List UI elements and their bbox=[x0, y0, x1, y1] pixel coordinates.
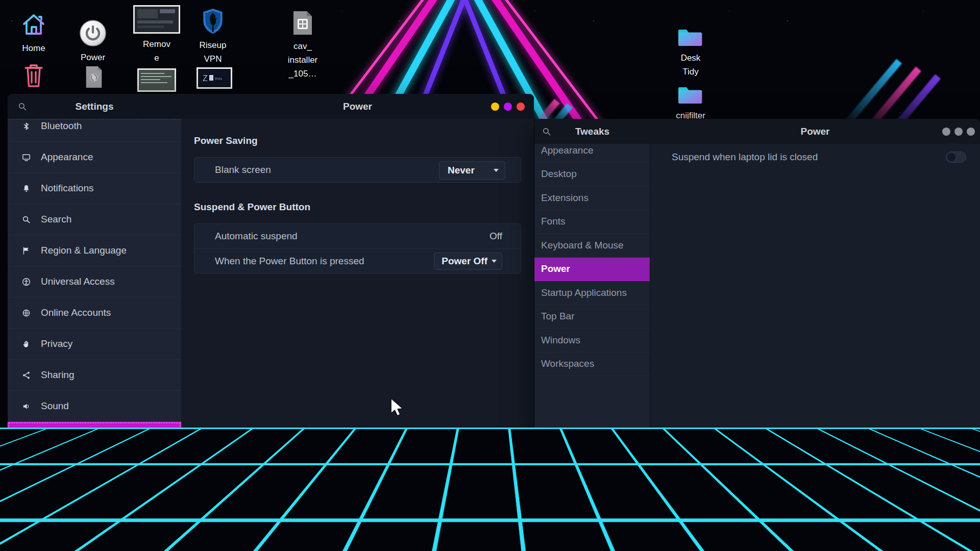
tweaks-page-title: Power bbox=[800, 126, 829, 137]
search-icon[interactable] bbox=[18, 102, 27, 111]
power-saving-group: Blank screen Never bbox=[194, 157, 521, 183]
icon-label: View as icons… bbox=[78, 457, 107, 498]
power-button-label: When the Power Button is pressed bbox=[215, 256, 364, 267]
suspend-lid-label: Suspend when laptop lid is closed bbox=[672, 152, 818, 163]
sidebar-item-appearance[interactable]: Appearance bbox=[8, 142, 181, 173]
sidebar-item-label: Sound bbox=[41, 400, 69, 412]
icon-label: Stellar Zorin. jpg.x… bbox=[139, 457, 166, 498]
sidebar-item-privacy[interactable]: Privacy bbox=[8, 329, 181, 360]
desktop-icon-terminal-screenshot[interactable] bbox=[129, 68, 185, 92]
settings-page-title: Power bbox=[343, 101, 372, 112]
tweaks-item-label: Extensions bbox=[541, 192, 589, 204]
tweaks-item-label: Appearance bbox=[541, 145, 593, 156]
desktop-icon-zorin-screenshot[interactable]: Z RIN bbox=[186, 67, 242, 89]
desktop-icon-document[interactable] bbox=[66, 66, 122, 88]
settings-app-title: Settings bbox=[76, 101, 114, 112]
toggle-knob bbox=[947, 153, 955, 161]
sidebar-item-sound[interactable]: Sound bbox=[8, 391, 181, 422]
power-button-dropdown[interactable]: Power Off bbox=[434, 253, 502, 270]
tweaks-item-label: Desktop bbox=[541, 168, 577, 180]
tweaks-item-workspaces[interactable]: Workspaces bbox=[534, 353, 650, 377]
folder-icon bbox=[678, 28, 703, 47]
sidebar-item-label: Sharing bbox=[41, 369, 75, 381]
desktop-icon-remove-panel[interactable]: Remov e Pane… bbox=[129, 5, 185, 79]
tweaks-item-appearance[interactable]: Appearance bbox=[534, 144, 650, 163]
screenshot-thumbnail-icon bbox=[133, 5, 180, 34]
sidebar-item-notifications[interactable]: Notifications bbox=[8, 173, 181, 204]
home-icon bbox=[20, 11, 47, 38]
settings-power-panel: Power Saving Blank screen Never Suspend … bbox=[181, 119, 534, 458]
desktop-icon-cav-installer[interactable]: cav_ installer _105… bbox=[275, 10, 331, 81]
desktop-icon-desk-tidy[interactable]: Desk Tidy bbox=[663, 28, 719, 79]
search-icon bbox=[22, 215, 31, 224]
appearance-icon bbox=[22, 153, 31, 162]
sidebar-item-power[interactable]: Power bbox=[8, 422, 181, 453]
power-icon bbox=[22, 433, 31, 442]
minimize-button[interactable] bbox=[491, 103, 499, 111]
suspend-lid-toggle[interactable] bbox=[946, 152, 966, 163]
sidebar-item-online-accounts[interactable]: Online Accounts bbox=[8, 297, 181, 329]
icon-label: cav_ installer _105… bbox=[288, 39, 318, 81]
speaker-icon bbox=[22, 402, 31, 411]
sidebar-item-label: Notifications bbox=[41, 183, 94, 194]
desktop-icon-cnijfilter[interactable]: cnijfilter bbox=[663, 86, 719, 122]
desktop-icon-riseup-vpn[interactable]: Riseup VPN bbox=[185, 8, 241, 66]
tweaks-item-label: Fonts bbox=[541, 216, 566, 227]
settings-sidebar: Bluetooth Appearance Notifications Searc… bbox=[8, 119, 181, 458]
sidebar-item-search[interactable]: Search bbox=[8, 204, 181, 235]
tweaks-item-fonts[interactable]: Fonts bbox=[534, 210, 650, 234]
tweaks-sidebar: Appearance Desktop Extensions Fonts Keyb… bbox=[534, 144, 650, 445]
minimize-button[interactable] bbox=[942, 128, 950, 136]
automatic-suspend-value: Off bbox=[489, 231, 502, 242]
svg-text:RIN: RIN bbox=[215, 77, 222, 81]
icon-label: Desk Tidy bbox=[681, 51, 701, 79]
desktop-icon-home[interactable]: Home bbox=[6, 11, 62, 55]
tweaks-item-top-bar[interactable]: Top Bar bbox=[534, 305, 650, 329]
folder-icon bbox=[678, 86, 703, 105]
search-icon[interactable] bbox=[542, 127, 551, 136]
power-button-value: Power Off bbox=[442, 256, 487, 267]
maximize-button[interactable] bbox=[954, 128, 963, 136]
desktop-icon-power[interactable]: Power bbox=[65, 19, 121, 64]
settings-titlebar[interactable]: Settings Power bbox=[8, 94, 534, 119]
sidebar-item-universal-access[interactable]: Universal Access bbox=[8, 266, 181, 297]
chevron-down-icon bbox=[492, 260, 497, 263]
tweaks-item-keyboard-mouse[interactable]: Keyboard & Mouse bbox=[534, 234, 650, 258]
sidebar-item-label: Power bbox=[41, 432, 70, 443]
svg-text:Z: Z bbox=[203, 74, 208, 83]
sidebar-item-label: Online Accounts bbox=[41, 307, 111, 318]
automatic-suspend-label: Automatic suspend bbox=[215, 231, 298, 242]
tweaks-item-desktop[interactable]: Desktop bbox=[534, 163, 650, 187]
tweaks-item-label: Keyboard & Mouse bbox=[541, 240, 624, 251]
blank-screen-value: Never bbox=[448, 165, 475, 176]
tweaks-item-windows[interactable]: Windows bbox=[534, 329, 650, 353]
desktop-icon-phototonic[interactable]: Photot onic. jpg bbox=[9, 459, 65, 520]
tweaks-power-panel: Suspend when laptop lid is closed bbox=[650, 144, 980, 445]
desktop-icon-trash[interactable] bbox=[6, 63, 62, 88]
tweaks-item-power[interactable]: Power bbox=[534, 258, 650, 282]
tweaks-window: Tweaks Power Appearance Desktop Extensio… bbox=[534, 119, 980, 445]
close-button[interactable] bbox=[967, 128, 975, 136]
tweaks-item-extensions[interactable]: Extensions bbox=[534, 186, 650, 210]
hand-icon bbox=[22, 340, 31, 348]
desktop-icon-view-as-icons[interactable]: View as icons… bbox=[64, 457, 120, 498]
photo-thumbnail-icon bbox=[22, 459, 53, 475]
close-button[interactable] bbox=[517, 103, 525, 111]
icon-label: Home bbox=[22, 41, 45, 55]
settings-window: Settings Power Bluetooth bbox=[8, 94, 534, 458]
mouse-cursor bbox=[389, 397, 407, 417]
sidebar-item-region-language[interactable]: Region & Language bbox=[8, 235, 181, 266]
chevron-down-icon bbox=[494, 169, 499, 172]
desktop-icon-stellar-zorin[interactable]: Stellar Zorin. jpg.x… bbox=[125, 457, 181, 498]
sidebar-item-bluetooth[interactable]: Bluetooth bbox=[8, 119, 181, 142]
tweaks-item-startup-applications[interactable]: Startup Applications bbox=[534, 281, 650, 305]
section-title-suspend: Suspend & Power Button bbox=[194, 202, 310, 213]
tweaks-titlebar[interactable]: Tweaks Power bbox=[534, 119, 980, 144]
online-accounts-icon bbox=[22, 309, 31, 317]
sidebar-item-sharing[interactable]: Sharing bbox=[8, 360, 181, 391]
maximize-button[interactable] bbox=[504, 103, 512, 111]
tweaks-item-label: Power bbox=[541, 263, 570, 274]
automatic-suspend-row[interactable]: Automatic suspend Off bbox=[194, 224, 521, 248]
blank-screen-dropdown[interactable]: Never bbox=[439, 161, 505, 180]
power-button-row[interactable]: When the Power Button is pressed Power O… bbox=[194, 248, 521, 273]
